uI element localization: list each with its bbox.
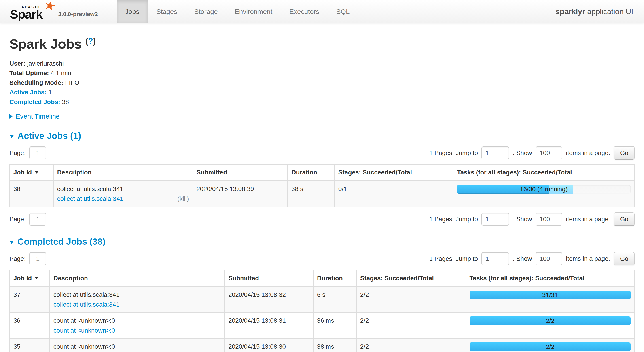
tasks-cell: 2/2: [466, 338, 634, 352]
column-header-duration[interactable]: Duration: [288, 164, 334, 181]
page-number-input[interactable]: [29, 213, 46, 226]
duration-cell: 6 s: [313, 286, 356, 313]
progress-label: 2/2: [470, 342, 630, 351]
info-scheduling-mode: Scheduling Mode: FIFO: [10, 78, 634, 88]
column-header-submitted[interactable]: Submitted: [224, 270, 313, 286]
job-detail-link[interactable]: collect at utils.scala:341: [54, 300, 120, 309]
spark-star-icon: ★: [43, 0, 57, 13]
page-number-input[interactable]: [29, 146, 46, 160]
info-active-jobs: Active Jobs: 1: [10, 88, 634, 97]
go-button[interactable]: Go: [614, 146, 634, 160]
application-title: sparklyr application UI: [556, 7, 644, 16]
collapse-down-arrow-icon: [10, 241, 14, 244]
active-jobs-section-header[interactable]: Active Jobs (1): [10, 131, 634, 141]
go-button[interactable]: Go: [614, 212, 634, 226]
spark-ui-page: APACHE Spark ★ 3.0.0-preview2 Jobs Stage…: [0, 0, 644, 352]
active-jobs-link[interactable]: Active Jobs:: [10, 89, 47, 96]
table-row: 38 collect at utils.scala:341 collect at…: [10, 181, 634, 207]
table-row: 35 count at <unknown>:0 count at <unknow…: [10, 338, 634, 352]
items-in-page-text: items in a page.: [566, 150, 610, 156]
tab-sql[interactable]: SQL: [328, 0, 358, 23]
items-per-page-input[interactable]: [536, 213, 562, 226]
description-cell: count at <unknown>:0 count at <unknown>:…: [50, 338, 224, 352]
active-jobs-table: Job Id Description Submitted Duration St…: [10, 164, 634, 207]
page-number-input[interactable]: [29, 252, 46, 265]
event-timeline-toggle[interactable]: Event Timeline: [10, 112, 634, 120]
help-paren-close: ): [93, 36, 96, 46]
info-user-value: javierluraschi: [27, 60, 64, 67]
tab-stages[interactable]: Stages: [148, 0, 186, 23]
stages-cell: 2/2: [356, 313, 466, 338]
page-label: Page:: [10, 150, 26, 156]
jump-to-page-input[interactable]: [482, 252, 509, 265]
column-header-tasks[interactable]: Tasks (for all stages): Succeeded/Total: [466, 270, 634, 286]
active-jobs-header-row: Job Id Description Submitted Duration St…: [10, 164, 634, 181]
go-button[interactable]: Go: [614, 252, 634, 266]
tasks-cell: 16/30 (4 running): [453, 181, 634, 207]
tab-executors[interactable]: Executors: [281, 0, 328, 23]
tasks-cell: 31/31: [466, 286, 634, 313]
nav-tabs: Jobs Stages Storage Environment Executor…: [117, 0, 358, 23]
tasks-progress-bar: 2/2: [470, 316, 630, 326]
page-label: Page:: [10, 255, 26, 262]
progress-label: 31/31: [470, 290, 630, 300]
duration-cell: 38 ms: [313, 338, 356, 352]
show-text: . Show: [513, 150, 532, 156]
info-user-label: User:: [10, 60, 26, 67]
tab-jobs[interactable]: Jobs: [117, 0, 148, 23]
tab-storage[interactable]: Storage: [186, 0, 226, 23]
info-completed-jobs: Completed Jobs: 38: [10, 97, 634, 107]
submitted-cell: 2020/04/15 13:08:32: [224, 286, 313, 313]
completed-jobs-count: 38: [62, 98, 69, 105]
info-uptime-value: 4.1 min: [51, 70, 71, 76]
column-header-submitted[interactable]: Submitted: [193, 164, 288, 181]
spark-logo[interactable]: APACHE Spark ★: [10, 2, 51, 22]
collapse-right-arrow-icon: [10, 114, 12, 118]
column-header-job-id[interactable]: Job Id: [10, 164, 54, 181]
spark-brand[interactable]: APACHE Spark ★ 3.0.0-preview2: [0, 0, 98, 23]
tasks-progress-bar: 16/30 (4 running): [457, 185, 630, 194]
page-title: Spark Jobs (?): [10, 37, 634, 52]
active-jobs-pagination-top: Page: 1 Pages. Jump to . Show items in a…: [10, 146, 634, 160]
column-header-stages[interactable]: Stages: Succeeded/Total: [356, 270, 466, 286]
kill-job-link[interactable]: (kill): [177, 194, 189, 204]
jump-to-page-input[interactable]: [482, 146, 509, 160]
completed-jobs-pagination-top: Page: 1 Pages. Jump to . Show items in a…: [10, 252, 634, 266]
column-header-tasks[interactable]: Tasks (for all stages): Succeeded/Total: [453, 164, 634, 181]
info-scheduling-label: Scheduling Mode:: [10, 79, 63, 86]
sort-desc-icon: [35, 171, 38, 174]
show-text: . Show: [513, 255, 532, 262]
job-id-cell: 37: [10, 286, 50, 313]
submitted-cell: 2020/04/15 13:08:30: [224, 338, 313, 352]
column-header-description[interactable]: Description: [54, 164, 193, 181]
job-description-text: count at <unknown>:0: [54, 316, 221, 326]
help-link[interactable]: ?: [88, 36, 93, 46]
job-description-text: count at <unknown>:0: [54, 342, 221, 351]
column-header-description[interactable]: Description: [50, 270, 224, 286]
navbar: APACHE Spark ★ 3.0.0-preview2 Jobs Stage…: [0, 0, 644, 23]
submitted-cell: 2020/04/15 13:08:31: [224, 313, 313, 338]
description-cell: collect at utils.scala:341 collect at ut…: [54, 181, 193, 207]
event-timeline-label: Event Timeline: [16, 112, 60, 120]
tab-environment[interactable]: Environment: [226, 0, 281, 23]
table-row: 37 collect at utils.scala:341 collect at…: [10, 286, 634, 313]
job-detail-link[interactable]: count at <unknown>:0: [54, 326, 115, 335]
summary-info: User: javierluraschi Total Uptime: 4.1 m…: [10, 58, 634, 107]
progress-label: 2/2: [470, 316, 630, 326]
items-per-page-input[interactable]: [536, 146, 562, 160]
job-detail-link[interactable]: collect at utils.scala:341: [57, 194, 124, 204]
info-uptime-label: Total Uptime:: [10, 70, 49, 76]
items-per-page-input[interactable]: [536, 252, 562, 265]
column-header-duration[interactable]: Duration: [313, 270, 356, 286]
show-text: . Show: [513, 216, 532, 223]
completed-jobs-link[interactable]: Completed Jobs:: [10, 98, 60, 105]
jump-to-page-input[interactable]: [482, 213, 509, 226]
pages-jump-text: 1 Pages. Jump to: [429, 150, 478, 156]
column-header-job-id[interactable]: Job Id: [10, 270, 50, 286]
sort-desc-icon: [35, 277, 38, 279]
table-row: 36 count at <unknown>:0 count at <unknow…: [10, 313, 634, 338]
job-id-cell: 36: [10, 313, 50, 338]
pages-jump-text: 1 Pages. Jump to: [429, 216, 478, 223]
column-header-stages[interactable]: Stages: Succeeded/Total: [334, 164, 453, 181]
completed-jobs-section-header[interactable]: Completed Jobs (38): [10, 236, 634, 247]
